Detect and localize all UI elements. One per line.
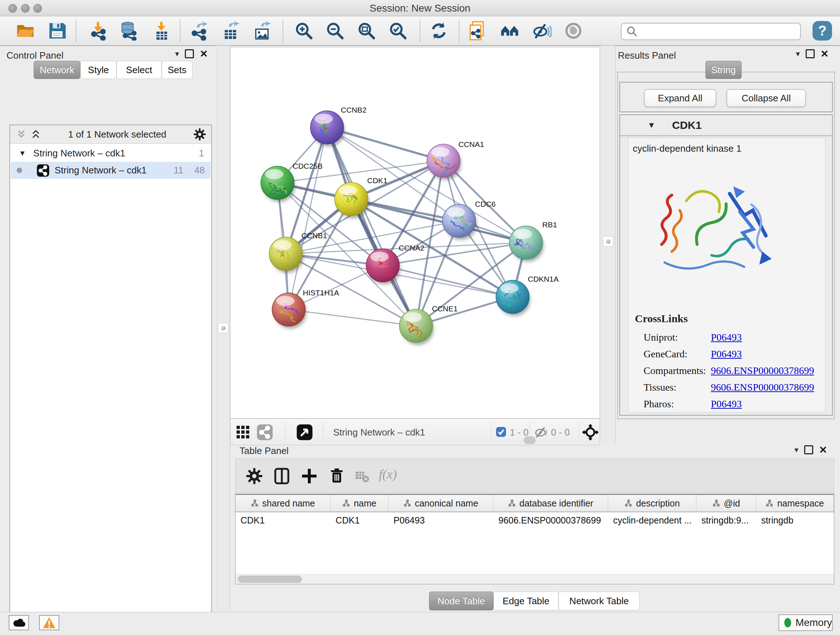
network-node-cdk1[interactable]: CDK1 [335, 176, 387, 218]
tab-sets[interactable]: Sets [162, 61, 193, 79]
results-panel-controls: ▾ ✕ [796, 49, 829, 58]
network-edge[interactable] [289, 310, 416, 326]
table-row[interactable]: CDK1CDK1P064939606.ENSP00000378699cyclin… [235, 512, 834, 528]
search-input[interactable] [640, 26, 800, 38]
tab-network-table[interactable]: Network Table [559, 592, 639, 610]
refresh-icon[interactable] [429, 21, 448, 41]
column-header-name[interactable]: name [331, 495, 388, 511]
selected-checkbox-icon[interactable] [496, 427, 506, 437]
crosslink-link[interactable]: 9606.ENSP00000378699 [711, 365, 814, 377]
panel-float-icon[interactable] [806, 49, 815, 58]
birdseye-crosshair-icon[interactable] [582, 424, 599, 440]
network-from-clipboard-icon[interactable] [468, 21, 487, 41]
right-splitter-handle[interactable] [603, 236, 613, 247]
grid-view-icon[interactable] [236, 425, 250, 439]
tree-expand-icon[interactable]: ▼ [19, 149, 26, 157]
table-options-gear-icon[interactable] [246, 467, 263, 485]
gray-eye-icon[interactable] [564, 21, 583, 41]
search-icon [626, 25, 638, 38]
hide-graphics-details-icon[interactable] [532, 21, 552, 41]
crosslink-label: Uniprot: [644, 332, 711, 343]
right-splitter[interactable] [600, 46, 616, 442]
network-node-ccnb2[interactable]: CCNB2 [310, 106, 366, 147]
detach-view-icon[interactable] [296, 424, 313, 440]
save-session-icon[interactable] [47, 21, 67, 41]
network-collection-row[interactable]: ▼ String Network – cdk1 1 [11, 145, 210, 162]
network-node-ccna1[interactable]: CCNA1 [427, 140, 484, 180]
panel-menu-icon[interactable]: ▾ [796, 50, 800, 57]
column-header-database-identifier[interactable]: database identifier [493, 495, 608, 511]
hidden-eye-icon[interactable] [534, 426, 548, 439]
column-header-description[interactable]: description [608, 495, 696, 511]
collapse-all-button[interactable]: Collapse All [726, 89, 806, 107]
network-node-cdkn1a[interactable]: CDKN1A [496, 275, 559, 316]
zoom-selected-icon[interactable] [388, 21, 408, 41]
table-cell[interactable]: CDK1 [331, 512, 388, 528]
network-node-hist1h1a[interactable]: HIST1H1A [272, 288, 339, 329]
table-cell[interactable]: cyclin-dependent ... [608, 512, 696, 528]
network-graph[interactable]: CCNB2CCNA1CDC25BCDK1CDC6RB1CCNB1CCNA2CDK… [231, 48, 600, 418]
table-cell[interactable]: stringdb [756, 512, 834, 528]
crosslink-link[interactable]: P06493 [711, 348, 742, 360]
import-table-icon[interactable] [152, 21, 171, 41]
column-header-namespace[interactable]: namespace [756, 495, 834, 511]
expand-all-button[interactable]: Expand All [644, 89, 716, 107]
cloud-button[interactable] [9, 615, 29, 630]
network-view-icon[interactable] [256, 424, 273, 440]
zoom-in-icon[interactable] [294, 21, 314, 41]
memory-button[interactable]: Memory [778, 614, 833, 631]
tab-network[interactable]: Network [34, 61, 80, 79]
table-cell[interactable]: stringdb:9... [696, 512, 756, 528]
network-options-gear-icon[interactable] [193, 128, 206, 141]
memory-label: Memory [796, 617, 832, 629]
column-header--id[interactable]: @id [696, 495, 756, 511]
network-edge[interactable] [327, 127, 416, 326]
zoom-out-icon[interactable] [325, 21, 345, 41]
left-splitter-handle[interactable] [218, 323, 228, 333]
column-header-canonical-name[interactable]: canonical name [388, 495, 493, 511]
panel-float-icon[interactable] [185, 49, 194, 58]
panel-menu-icon[interactable]: ▾ [794, 447, 798, 454]
tab-string[interactable]: String [706, 61, 742, 79]
gene-entry-header[interactable]: ▼ CDK1 [620, 115, 832, 135]
tab-select[interactable]: Select [117, 61, 162, 79]
panel-menu-icon[interactable]: ▾ [175, 50, 179, 57]
tab-style[interactable]: Style [80, 61, 117, 79]
table-cell[interactable]: CDK1 [235, 512, 331, 528]
export-network-icon[interactable] [189, 21, 209, 41]
open-session-icon[interactable] [16, 21, 35, 41]
crosslink-link[interactable]: P06493 [711, 332, 742, 343]
column-header-shared-name[interactable]: shared name [235, 495, 331, 511]
left-splitter[interactable] [216, 46, 230, 611]
table-hscrollbar[interactable] [235, 574, 834, 584]
tab-node-table[interactable]: Node Table [429, 592, 493, 610]
add-column-icon[interactable] [301, 467, 318, 485]
collapse-all-chevron-icon[interactable] [16, 129, 27, 140]
table-cell[interactable]: P06493 [388, 512, 493, 528]
import-network-icon[interactable] [88, 21, 108, 41]
import-database-icon[interactable] [118, 21, 138, 41]
network-node-rb1[interactable]: RB1 [509, 220, 557, 262]
panel-close-icon[interactable]: ✕ [821, 50, 829, 57]
show-columns-icon[interactable] [273, 467, 291, 485]
network-edge[interactable] [289, 127, 327, 310]
delete-column-trash-icon[interactable] [328, 467, 346, 485]
zoom-fit-icon[interactable] [357, 21, 376, 41]
entry-collapse-icon[interactable]: ▼ [647, 120, 655, 130]
table-cell[interactable]: 9606.ENSP00000378699 [493, 512, 608, 528]
houses-icon[interactable] [500, 21, 520, 41]
expand-all-chevron-icon[interactable] [30, 129, 41, 140]
tab-edge-table[interactable]: Edge Table [493, 592, 559, 610]
help-icon[interactable]: ? [813, 21, 832, 41]
panel-close-icon[interactable]: ✕ [819, 447, 827, 454]
table-hscroll-thumb[interactable] [238, 576, 302, 583]
network-row-selected[interactable]: String Network – cdk1 11 48 [11, 162, 210, 179]
crosslink-link[interactable]: P06493 [711, 398, 742, 410]
export-image-icon[interactable] [252, 21, 272, 41]
crosslink-link[interactable]: 9606.ENSP00000378699 [711, 382, 814, 393]
warning-button[interactable] [39, 615, 59, 630]
panel-close-icon[interactable]: ✕ [200, 50, 208, 57]
network-canvas[interactable]: CCNB2CCNA1CDC25BCDK1CDC6RB1CCNB1CCNA2CDK… [230, 47, 600, 418]
panel-float-icon[interactable] [804, 445, 813, 454]
export-table-icon[interactable] [221, 21, 240, 41]
